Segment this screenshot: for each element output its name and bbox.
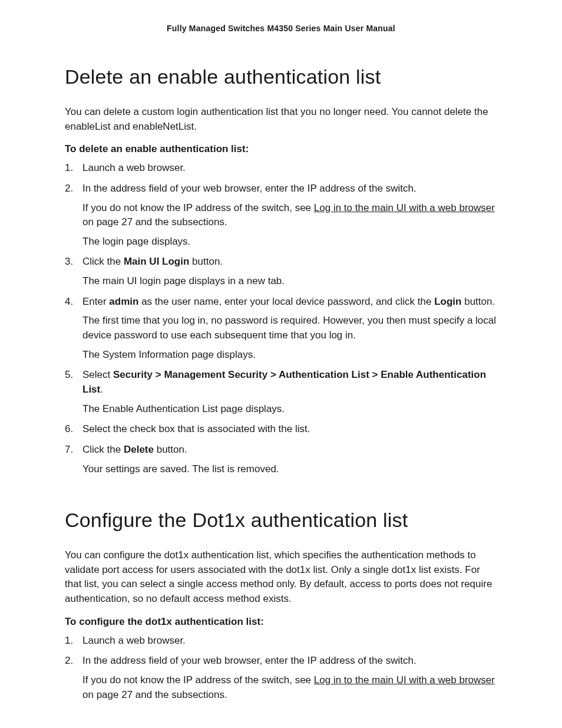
text: Select [82,369,113,380]
section1-intro: You can delete a custom login authentica… [65,105,497,134]
text: button. [189,256,223,267]
text: Enter [82,296,109,307]
step-7-result: Your settings are saved. The list is rem… [82,462,497,477]
text: If you do not know the IP address of the… [82,674,314,686]
step-1: Launch a web browser. [65,161,497,176]
step-7: Click the Delete button. Your settings a… [65,443,497,476]
section-heading-configure: Configure the Dot1x authentication list [65,509,497,532]
document-page: Fully Managed Switches M4350 Series Main… [0,0,562,728]
step-4-note: The first time that you log in, no passw… [82,314,497,342]
step-3-result: The main UI login page displays in a new… [82,274,497,289]
step-text: Launch a web browser. [82,635,186,646]
ui-nav-path: Security > Management Security > Authent… [82,369,486,395]
step-1: Launch a web browser. [65,634,497,648]
step-2-result: The login page displays. [82,235,497,249]
step-3: Click the Main UI Login button. The main… [65,255,497,288]
step-text: In the address field of your web browser… [82,655,416,666]
step-6: Select the check box that is associated … [65,422,497,437]
cross-reference-link[interactable]: Log in to the main UI with a web browser [314,674,495,686]
text: on page 27 and the subsections. [82,216,227,228]
ui-label-main-ui-login: Main UI Login [124,256,189,267]
step-5-result: The Enable Authentication List page disp… [82,402,497,417]
section1-subheader: To delete an enable authentication list: [65,143,497,155]
section1-steps: Launch a web browser. In the address fie… [65,161,497,476]
cross-reference-link[interactable]: Log in to the main UI with a web browser [314,202,495,213]
step-text: In the address field of your web browser… [82,183,416,194]
step-4: Enter admin as the user name, enter your… [65,295,497,363]
step-text: Launch a web browser. [82,162,186,173]
ui-label-admin: admin [109,296,138,307]
section-heading-delete: Delete an enable authentication list [65,65,497,88]
step-2-note: If you do not know the IP address of the… [82,673,497,702]
section2-steps: Launch a web browser. In the address fie… [65,634,497,703]
step-2: In the address field of your web browser… [65,654,497,702]
step-5: Select Security > Management Security > … [65,368,497,416]
step-2-note: If you do not know the IP address of the… [82,201,497,230]
text: button. [154,444,187,455]
text: as the user name, enter your local devic… [138,296,434,307]
text: Click the [82,256,124,267]
text: Click the [82,444,124,455]
step-2: In the address field of your web browser… [65,182,497,249]
step-text: Select the check box that is associated … [82,423,310,434]
ui-label-login: Login [434,296,461,307]
step-4-result: The System Information page displays. [82,348,497,363]
page-header-title: Fully Managed Switches M4350 Series Main… [65,24,497,33]
ui-label-delete: Delete [124,444,154,455]
section2-subheader: To configure the dot1x authentication li… [65,616,497,628]
text: If you do not know the IP address of the… [82,202,314,213]
section2-intro: You can configure the dot1x authenticati… [65,548,497,607]
text: . [100,384,103,395]
text: on page 27 and the subsections. [82,689,227,700]
text: button. [461,296,495,307]
